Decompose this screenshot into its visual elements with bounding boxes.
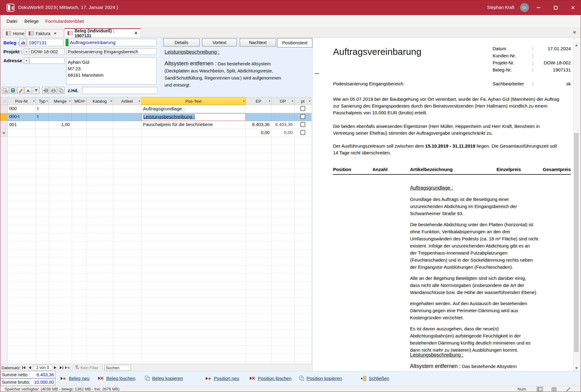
insert-row-button[interactable] <box>42 87 49 94</box>
close-button[interactable]: ✕ <box>566 2 580 14</box>
cell-katalog[interactable] <box>87 129 113 137</box>
tab-nachtext[interactable]: Nachtext <box>240 39 276 47</box>
cell-menge[interactable] <box>49 105 72 113</box>
cell-gp[interactable]: 0,00 <box>271 129 295 137</box>
cell-artikel[interactable] <box>113 129 141 137</box>
last-record-button[interactable] <box>58 365 64 371</box>
row-selector-new[interactable]: ✳ <box>0 129 8 137</box>
col-header-artikel[interactable]: Artikel▾ <box>113 97 141 105</box>
sort-dropdown-icon[interactable]: ▾ <box>69 100 71 103</box>
avatar[interactable]: SK <box>520 3 529 12</box>
cell-pos-text[interactable] <box>141 129 246 137</box>
cell-menge[interactable] <box>49 113 72 121</box>
position-neu-link[interactable]: ✱ Position neu <box>206 376 239 381</box>
edit-pen-button[interactable] <box>17 87 24 94</box>
beleg-kopieren-link[interactable]: Beleg kopieren <box>145 376 183 381</box>
previous-record-button[interactable] <box>27 365 33 371</box>
menu-formulardatenblatt[interactable]: Formulardatenblatt <box>45 18 84 24</box>
sort-dropdown-icon[interactable]: ▾ <box>84 100 85 103</box>
col-header-menge[interactable]: Menge▾ <box>49 97 72 105</box>
beleg-loeschen-link[interactable]: Beleg löschen <box>98 376 135 381</box>
sort-dropdown-icon[interactable]: ▾ <box>292 100 293 103</box>
cell-meh[interactable] <box>72 105 87 113</box>
new-record-button[interactable]: ✱ <box>64 365 71 371</box>
tab-home[interactable]: Home <box>3 29 25 37</box>
sort-dropdown-icon[interactable]: ▾ <box>269 100 270 103</box>
col-header-katalog[interactable]: Katalog▾ <box>87 97 113 105</box>
pt-checkbox[interactable] <box>300 114 305 119</box>
search-input[interactable]: Suchen <box>104 365 131 371</box>
filter-status-label[interactable]: Kein Filter <box>80 365 99 370</box>
cell-pt[interactable] <box>295 129 311 137</box>
cell-pos-nr[interactable]: 000 <box>8 105 36 113</box>
cell-katalog[interactable] <box>87 105 113 113</box>
form-view-icon[interactable] <box>536 386 543 392</box>
cell-ep[interactable] <box>246 113 271 121</box>
position-loeschen-link[interactable]: Position löschen <box>250 376 291 381</box>
projekt-nr-input[interactable]: DOW-18-002 <box>29 48 64 55</box>
cell-pt[interactable] <box>295 113 311 121</box>
col-header-typ[interactable]: Typ▾ <box>36 97 49 105</box>
cell-artikel[interactable] <box>113 105 141 113</box>
cell-pos-nr[interactable]: 000-t <box>8 113 36 121</box>
calculator-button[interactable] <box>10 87 16 94</box>
cell-pos-text-editing[interactable]: Leistungsbeschreibung : <box>141 113 246 121</box>
sort-dropdown-icon[interactable]: ▾ <box>110 100 112 103</box>
cell-typ[interactable]: t <box>36 113 49 121</box>
pt-checkbox[interactable] <box>300 122 305 127</box>
col-header-ep[interactable]: EP▾ <box>246 97 271 105</box>
cell-pt[interactable] <box>295 121 311 129</box>
print-preview-button[interactable] <box>2 87 9 94</box>
cell-gp[interactable]: 8.403,36 <box>271 121 295 129</box>
cell-pt[interactable] <box>295 105 311 113</box>
datasheet-view-icon[interactable] <box>551 386 557 392</box>
cell-ep[interactable]: 8.403,36 <box>246 121 271 129</box>
cell-typ[interactable]: t <box>36 105 49 113</box>
cell-artikel[interactable] <box>113 121 141 129</box>
chart-icon-button[interactable] <box>19 39 26 46</box>
row-selector-current[interactable] <box>0 113 8 121</box>
cell-pos-nr[interactable]: 001 <box>8 121 36 129</box>
col-header-pos-text[interactable]: Pos-Text▾ <box>141 97 246 105</box>
tab-beleg-individuell[interactable]: Beleg (individuell) : 1907131 ✕ <box>64 28 141 37</box>
pt-checkbox[interactable] <box>300 106 305 111</box>
menu-datei[interactable]: Datei <box>6 18 17 24</box>
record-position-box[interactable]: 2 von 3 <box>33 365 52 370</box>
adresse-textarea[interactable]: Ayhan Gül M7 23 68161 Mannheim <box>66 57 157 84</box>
adresse-dropdown[interactable]: ▾ <box>24 57 29 64</box>
cell-menge[interactable] <box>49 129 72 137</box>
sort-dropdown-icon[interactable]: ▾ <box>33 100 35 103</box>
beleg-nr-input[interactable]: 1907131 <box>27 39 63 46</box>
position-kopieren-link[interactable]: Position kopieren <box>299 376 342 381</box>
projekt-name-input[interactable]: Podestsanierung Eingangsbereich <box>66 48 157 55</box>
cell-meh[interactable] <box>72 121 87 129</box>
move-down-button[interactable] <box>33 87 39 94</box>
tab-details[interactable]: Details <box>163 39 200 47</box>
projekt-dropdown[interactable]: ▾ <box>24 48 29 55</box>
col-header-gp[interactable]: GP▾ <box>271 97 295 105</box>
design-view-icon[interactable] <box>565 386 571 392</box>
sort-dropdown-icon[interactable]: ▾ <box>243 100 245 103</box>
zhd-input[interactable] <box>82 87 158 94</box>
beleg-neu-link[interactable]: ✱ Beleg neu <box>61 376 90 381</box>
tab-area-close-icon[interactable]: ✕ <box>573 30 576 35</box>
cell-gp[interactable] <box>271 113 295 121</box>
scrollbar-thumb[interactable] <box>574 133 579 352</box>
table-row[interactable]: 001 1,00 Pauschalpreis für die beschrieb… <box>0 121 311 129</box>
tab-close-icon[interactable]: ✕ <box>134 31 138 35</box>
cell-meh[interactable] <box>72 113 87 121</box>
grid-corner-cell[interactable] <box>0 97 8 105</box>
cell-katalog[interactable] <box>87 113 113 121</box>
tab-faktura[interactable]: Faktura ✕ <box>26 29 64 37</box>
beleg-name-input[interactable]: Auftragsvereinbarung <box>68 39 157 46</box>
cell-gp[interactable] <box>271 105 295 113</box>
tab-close-icon[interactable]: ✕ <box>53 31 57 36</box>
scroll-up-icon[interactable]: ▲ <box>574 42 579 48</box>
maximize-button[interactable] <box>549 2 563 14</box>
col-header-pos-nr[interactable]: Pos-Nr▾ <box>8 97 36 105</box>
cell-ep[interactable] <box>246 105 271 113</box>
scroll-down-icon[interactable]: ▼ <box>574 365 579 371</box>
tab-vortext[interactable]: Vortext <box>202 39 237 47</box>
cell-pos-nr[interactable] <box>8 129 36 137</box>
tab-positionstext[interactable]: Positionstext <box>277 38 312 47</box>
